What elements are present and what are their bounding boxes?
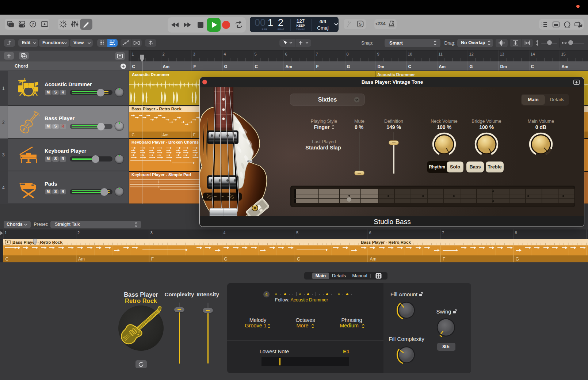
svg-text:F: F — [316, 64, 319, 69]
svg-text:7: 7 — [316, 52, 318, 56]
svg-text:F: F — [151, 256, 154, 262]
svg-text:15: 15 — [561, 52, 566, 56]
svg-text:13: 13 — [500, 52, 504, 56]
svg-text:Am: Am — [163, 133, 169, 137]
svg-text:F: F — [193, 133, 196, 137]
svg-text:3: 3 — [150, 231, 153, 235]
svg-text:Am: Am — [370, 256, 377, 262]
svg-text:4: 4 — [224, 52, 226, 56]
svg-text:G: G — [516, 256, 519, 262]
svg-text:Bass Player - Retro Rock: Bass Player - Retro Rock — [12, 240, 62, 244]
svg-text:5: 5 — [296, 231, 298, 235]
svg-text:3: 3 — [193, 52, 195, 56]
svg-text:2: 2 — [77, 231, 80, 235]
svg-text:1: 1 — [132, 52, 134, 56]
svg-text:♪: ♪ — [10, 23, 12, 27]
svg-text:8: 8 — [515, 231, 517, 235]
svg-text:C: C — [132, 133, 135, 137]
svg-text:2: 2 — [163, 52, 165, 56]
svg-text:Bass Player - Retro Rock: Bass Player - Retro Rock — [361, 240, 411, 244]
svg-text:C: C — [5, 256, 9, 262]
svg-text:6: 6 — [285, 52, 287, 56]
svg-text:Acoustic Drummer: Acoustic Drummer — [132, 72, 169, 77]
svg-text:C: C — [132, 64, 135, 69]
svg-text:12: 12 — [469, 52, 474, 56]
svg-text:Am: Am — [286, 64, 293, 69]
svg-text:C: C — [255, 64, 258, 69]
svg-text:G: G — [224, 256, 227, 262]
svg-text:F: F — [443, 256, 445, 262]
svg-text:G: G — [470, 64, 473, 69]
svg-text:?: ? — [32, 22, 34, 26]
svg-text:5: 5 — [255, 52, 257, 56]
svg-text:7: 7 — [442, 231, 444, 235]
svg-text:14: 14 — [531, 52, 535, 56]
svg-text:Am: Am — [562, 64, 569, 69]
svg-text:Am: Am — [78, 256, 85, 262]
svg-text:Am: Am — [439, 64, 446, 69]
svg-text:Dm: Dm — [378, 64, 385, 69]
svg-text:C: C — [531, 64, 534, 69]
svg-text:C: C — [297, 256, 300, 262]
svg-text:G: G — [224, 64, 228, 69]
svg-text:6: 6 — [369, 231, 371, 235]
svg-text:Am: Am — [163, 64, 170, 69]
svg-text:F: F — [194, 64, 196, 69]
svg-text:Bass Player - Retro Rock: Bass Player - Retro Rock — [131, 107, 182, 111]
svg-text:Keyboard Player - Simple Pad: Keyboard Player - Simple Pad — [131, 172, 191, 177]
svg-text:10: 10 — [408, 52, 412, 56]
svg-text:1: 1 — [5, 231, 7, 235]
svg-text:11: 11 — [439, 52, 443, 56]
svg-text:9: 9 — [377, 52, 379, 56]
svg-text:G: G — [347, 64, 350, 69]
svg-text:Dm: Dm — [500, 64, 507, 69]
svg-text:8: 8 — [347, 52, 349, 56]
svg-text:S: S — [359, 22, 362, 26]
svg-text:4: 4 — [223, 231, 225, 235]
svg-text:C: C — [408, 64, 411, 69]
